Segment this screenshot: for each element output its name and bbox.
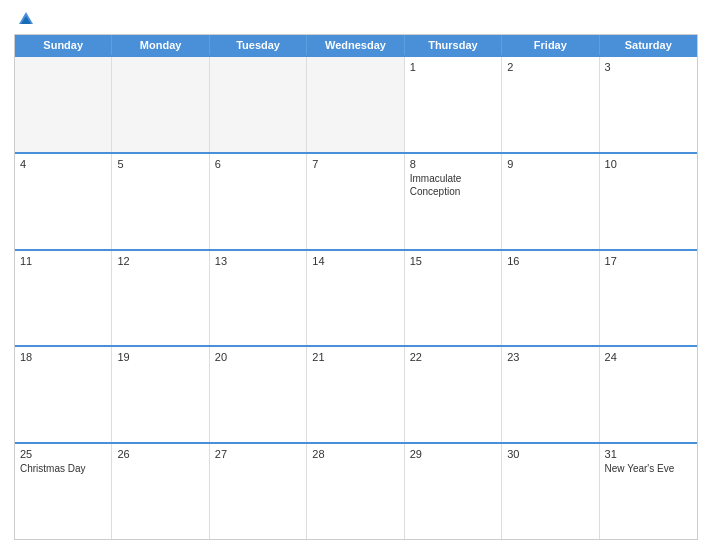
event-label: New Year's Eve <box>605 462 692 475</box>
calendar-cell: 2 <box>502 57 599 152</box>
day-number: 13 <box>215 255 301 267</box>
calendar-cell: 5 <box>112 154 209 249</box>
calendar-cell: 28 <box>307 444 404 539</box>
calendar-page: SundayMondayTuesdayWednesdayThursdayFrid… <box>0 0 712 550</box>
calendar-cell: 26 <box>112 444 209 539</box>
calendar-week: 123 <box>15 55 697 152</box>
day-number: 26 <box>117 448 203 460</box>
day-number: 10 <box>605 158 692 170</box>
weekday-header-cell: Monday <box>112 35 209 55</box>
day-number: 9 <box>507 158 593 170</box>
day-number: 12 <box>117 255 203 267</box>
day-number: 22 <box>410 351 496 363</box>
day-number: 8 <box>410 158 496 170</box>
calendar-cell: 14 <box>307 251 404 346</box>
calendar-cell: 29 <box>405 444 502 539</box>
calendar-cell: 21 <box>307 347 404 442</box>
calendar-cell: 23 <box>502 347 599 442</box>
calendar-week: 11121314151617 <box>15 249 697 346</box>
calendar-cell <box>112 57 209 152</box>
calendar-cell: 25Christmas Day <box>15 444 112 539</box>
day-number: 21 <box>312 351 398 363</box>
weekday-header-cell: Tuesday <box>210 35 307 55</box>
calendar-cell: 16 <box>502 251 599 346</box>
calendar-week: 25Christmas Day262728293031New Year's Ev… <box>15 442 697 539</box>
day-number: 20 <box>215 351 301 363</box>
day-number: 6 <box>215 158 301 170</box>
day-number: 25 <box>20 448 106 460</box>
calendar-cell: 24 <box>600 347 697 442</box>
calendar-week: 18192021222324 <box>15 345 697 442</box>
weekday-header-cell: Wednesday <box>307 35 404 55</box>
calendar-cell: 20 <box>210 347 307 442</box>
calendar-cell: 1 <box>405 57 502 152</box>
day-number: 31 <box>605 448 692 460</box>
calendar-cell <box>307 57 404 152</box>
calendar-cell: 12 <box>112 251 209 346</box>
calendar-cell: 11 <box>15 251 112 346</box>
calendar-cell: 3 <box>600 57 697 152</box>
day-number: 24 <box>605 351 692 363</box>
calendar-week: 45678Immaculate Conception910 <box>15 152 697 249</box>
calendar-cell <box>210 57 307 152</box>
calendar-cell: 17 <box>600 251 697 346</box>
day-number: 29 <box>410 448 496 460</box>
day-number: 28 <box>312 448 398 460</box>
day-number: 30 <box>507 448 593 460</box>
event-label: Immaculate Conception <box>410 172 496 198</box>
logo-icon <box>17 10 35 28</box>
logo <box>14 10 35 28</box>
calendar-cell: 8Immaculate Conception <box>405 154 502 249</box>
day-number: 3 <box>605 61 692 73</box>
day-number: 27 <box>215 448 301 460</box>
event-label: Christmas Day <box>20 462 106 475</box>
day-number: 15 <box>410 255 496 267</box>
calendar-cell: 10 <box>600 154 697 249</box>
calendar-cell: 27 <box>210 444 307 539</box>
calendar-cell: 22 <box>405 347 502 442</box>
day-number: 7 <box>312 158 398 170</box>
weekday-header-cell: Saturday <box>600 35 697 55</box>
weekday-header-cell: Thursday <box>405 35 502 55</box>
day-number: 17 <box>605 255 692 267</box>
calendar-body: 12345678Immaculate Conception91011121314… <box>15 55 697 539</box>
day-number: 16 <box>507 255 593 267</box>
day-number: 1 <box>410 61 496 73</box>
weekday-header-cell: Sunday <box>15 35 112 55</box>
page-header <box>14 10 698 28</box>
day-number: 14 <box>312 255 398 267</box>
calendar-cell: 4 <box>15 154 112 249</box>
day-number: 4 <box>20 158 106 170</box>
calendar: SundayMondayTuesdayWednesdayThursdayFrid… <box>14 34 698 540</box>
calendar-cell: 30 <box>502 444 599 539</box>
day-number: 11 <box>20 255 106 267</box>
weekday-header: SundayMondayTuesdayWednesdayThursdayFrid… <box>15 35 697 55</box>
day-number: 23 <box>507 351 593 363</box>
day-number: 5 <box>117 158 203 170</box>
calendar-cell: 7 <box>307 154 404 249</box>
day-number: 18 <box>20 351 106 363</box>
weekday-header-cell: Friday <box>502 35 599 55</box>
calendar-cell <box>15 57 112 152</box>
calendar-cell: 31New Year's Eve <box>600 444 697 539</box>
calendar-cell: 9 <box>502 154 599 249</box>
calendar-cell: 6 <box>210 154 307 249</box>
calendar-cell: 15 <box>405 251 502 346</box>
day-number: 19 <box>117 351 203 363</box>
calendar-cell: 18 <box>15 347 112 442</box>
calendar-cell: 13 <box>210 251 307 346</box>
day-number: 2 <box>507 61 593 73</box>
calendar-cell: 19 <box>112 347 209 442</box>
